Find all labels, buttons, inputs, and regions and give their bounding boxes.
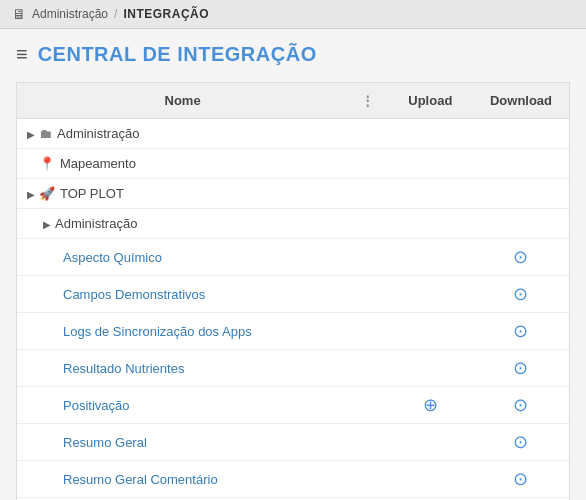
expand-icon: ▶ <box>27 159 35 170</box>
row-dots-cell <box>348 387 387 424</box>
row-name-cell: ▶📍Mapeamento <box>17 149 348 179</box>
download-icon[interactable]: ⊙ <box>513 432 528 452</box>
table-body: ▶🖿Administração▶📍Mapeamento▶🚀TOP PLOT▶Ad… <box>17 119 569 501</box>
row-label: Mapeamento <box>60 156 136 171</box>
row-dots-cell <box>348 276 387 313</box>
table-row: Resultado Nutrientes⊙ <box>17 350 569 387</box>
table-row: ▶🚀TOP PLOT <box>17 179 569 209</box>
download-icon[interactable]: ⊙ <box>513 284 528 304</box>
row-upload-cell <box>388 239 473 276</box>
row-name-cell: Aspecto Químico <box>17 239 348 276</box>
table-row: Logs de Sincronização dos Apps⊙ <box>17 313 569 350</box>
row-download-cell <box>473 179 569 209</box>
table-row: ▶Administração <box>17 209 569 239</box>
col-header-upload: Upload <box>388 83 473 119</box>
row-download-cell[interactable]: ⊙ <box>473 424 569 461</box>
row-download-cell <box>473 209 569 239</box>
col-header-download: Download <box>473 83 569 119</box>
row-dots-cell <box>348 209 387 239</box>
row-upload-cell <box>388 313 473 350</box>
row-dots-cell <box>348 179 387 209</box>
row-dots-cell <box>348 313 387 350</box>
main-content: ≡ CENTRAL DE INTEGRAÇÃO Nome ⋮ Upload Do… <box>0 29 586 500</box>
row-name-cell: ▶🚀TOP PLOT <box>17 179 348 209</box>
table-container: Nome ⋮ Upload Download ▶🖿Administração▶📍… <box>16 82 570 500</box>
page-title: CENTRAL DE INTEGRAÇÃO <box>38 43 317 66</box>
row-upload-cell <box>388 179 473 209</box>
row-name-cell: Resultado Nutrientes <box>17 350 348 387</box>
download-icon[interactable]: ⊙ <box>513 247 528 267</box>
row-upload-cell[interactable]: ⊕ <box>388 387 473 424</box>
table-row: Campos Demonstrativos⊙ <box>17 276 569 313</box>
breadcrumb-icon: 🖥 <box>12 6 26 22</box>
rocket-icon: 🚀 <box>39 186 55 201</box>
row-dots-cell <box>348 119 387 149</box>
table-row: ▶🖿Administração <box>17 119 569 149</box>
expand-icon[interactable]: ▶ <box>27 189 35 200</box>
row-upload-cell <box>388 350 473 387</box>
row-download-cell[interactable]: ⊙ <box>473 239 569 276</box>
col-header-dots: ⋮ <box>348 83 387 119</box>
breadcrumb-separator: / <box>114 7 117 21</box>
row-download-cell[interactable]: ⊙ <box>473 387 569 424</box>
page-title-row: ≡ CENTRAL DE INTEGRAÇÃO <box>16 43 570 66</box>
row-download-cell[interactable]: ⊙ <box>473 276 569 313</box>
download-icon[interactable]: ⊙ <box>513 358 528 378</box>
row-label: Aspecto Químico <box>63 250 162 265</box>
expand-icon[interactable]: ▶ <box>27 129 35 140</box>
table-header-row: Nome ⋮ Upload Download <box>17 83 569 119</box>
folder-icon: 🖿 <box>39 126 52 141</box>
row-name-cell: ▶Administração <box>17 209 348 239</box>
top-bar: 🖥 Administração / INTEGRAÇÃO <box>0 0 586 29</box>
row-upload-cell <box>388 461 473 498</box>
row-dots-cell <box>348 350 387 387</box>
row-label: Campos Demonstrativos <box>63 287 205 302</box>
table-row: ▶📍Mapeamento <box>17 149 569 179</box>
row-name-cell: Campos Demonstrativos <box>17 276 348 313</box>
row-name-cell: ▶🖿Administração <box>17 119 348 149</box>
row-label: Logs de Sincronização dos Apps <box>63 324 252 339</box>
pin-icon: 📍 <box>39 156 55 171</box>
row-name-cell: Resumo Geral <box>17 424 348 461</box>
integration-table: Nome ⋮ Upload Download ▶🖿Administração▶📍… <box>17 83 569 500</box>
upload-icon[interactable]: ⊕ <box>423 395 438 415</box>
row-upload-cell <box>388 209 473 239</box>
row-name-cell: Positivação <box>17 387 348 424</box>
row-label: Resumo Geral Comentário <box>63 472 218 487</box>
row-name-cell: Resumo Geral Comentário <box>17 461 348 498</box>
list-icon: ≡ <box>16 43 28 66</box>
download-icon[interactable]: ⊙ <box>513 395 528 415</box>
row-download-cell[interactable]: ⊙ <box>473 313 569 350</box>
row-upload-cell <box>388 424 473 461</box>
table-row: Resumo Geral⊙ <box>17 424 569 461</box>
row-download-cell[interactable]: ⊙ <box>473 350 569 387</box>
row-upload-cell <box>388 276 473 313</box>
download-icon[interactable]: ⊙ <box>513 469 528 489</box>
row-label: Administração <box>57 126 139 141</box>
row-upload-cell <box>388 119 473 149</box>
row-label: Administração <box>55 216 137 231</box>
row-name-cell: Logs de Sincronização dos Apps <box>17 313 348 350</box>
row-label: Resultado Nutrientes <box>63 361 184 376</box>
row-label: Resumo Geral <box>63 435 147 450</box>
breadcrumb-current: INTEGRAÇÃO <box>123 7 209 21</box>
row-label: TOP PLOT <box>60 186 124 201</box>
table-row: Resumo Geral Comentário⊙ <box>17 461 569 498</box>
download-icon[interactable]: ⊙ <box>513 321 528 341</box>
row-dots-cell <box>348 149 387 179</box>
row-dots-cell <box>348 461 387 498</box>
row-upload-cell <box>388 149 473 179</box>
row-dots-cell <box>348 424 387 461</box>
row-download-cell <box>473 149 569 179</box>
table-row: Aspecto Químico⊙ <box>17 239 569 276</box>
breadcrumb-parent: Administração <box>32 7 108 21</box>
expand-icon[interactable]: ▶ <box>43 219 51 230</box>
table-row: Positivação⊕⊙ <box>17 387 569 424</box>
col-header-name: Nome <box>17 83 348 119</box>
row-download-cell <box>473 119 569 149</box>
row-label: Positivação <box>63 398 129 413</box>
row-dots-cell <box>348 239 387 276</box>
row-download-cell[interactable]: ⊙ <box>473 461 569 498</box>
